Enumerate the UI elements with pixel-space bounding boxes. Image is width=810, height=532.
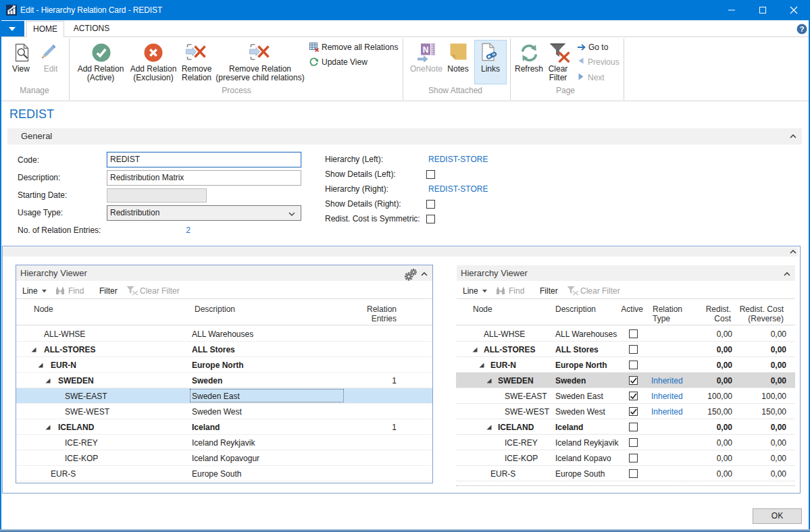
svg-text:?: ? [800, 25, 805, 33]
svg-text:N: N [423, 45, 429, 55]
